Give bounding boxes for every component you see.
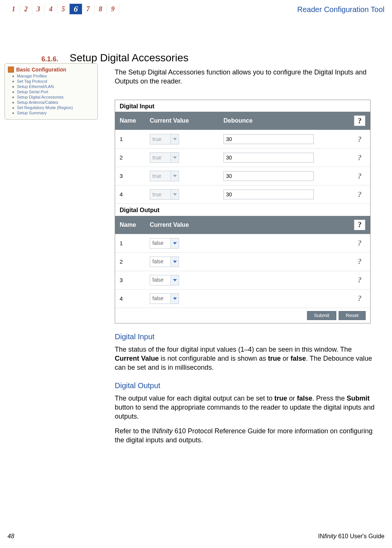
digital-output-header-row: Name Current Value ? (115, 216, 370, 234)
tab-9[interactable]: 9 (107, 4, 119, 14)
help-icon[interactable]: ? (358, 190, 362, 200)
col-header-current-value: Current Value (145, 112, 219, 130)
chevron-down-icon (170, 153, 179, 162)
submit-button[interactable]: Submit (307, 311, 336, 320)
dropdown-value: true (150, 136, 170, 143)
current-value-dropdown: true (150, 134, 179, 144)
digital-accessories-panel: Digital Input Name Current Value Debounc… (115, 100, 371, 323)
subheading-digital-output: Digital Output (115, 381, 384, 391)
output-value-dropdown[interactable]: false (150, 238, 179, 249)
col-header-debounce: Debounce (219, 112, 349, 130)
dropdown-value: true (150, 154, 170, 161)
tab-5[interactable]: 5 (57, 4, 70, 14)
output-value-dropdown[interactable]: false (150, 257, 179, 267)
subheading-digital-input: Digital Input (115, 332, 384, 342)
sidebar-item-setup-antenna[interactable]: Setup Antenna/Cables (7, 100, 95, 105)
col-header-help: ? (349, 216, 370, 234)
section-number: 6.1.6. (41, 55, 58, 63)
chevron-down-icon (170, 275, 179, 285)
chapter-tabs-bar: 1 2 3 4 5 6 7 8 9 Reader Configuration T… (8, 4, 384, 17)
digital-output-label: Digital Output (115, 203, 370, 216)
tab-8[interactable]: 8 (94, 4, 107, 14)
help-icon[interactable]: ? (358, 293, 362, 304)
chevron-down-icon (170, 190, 179, 199)
dropdown-value: false (150, 258, 170, 265)
reference-paragraph: Refer to the INfinity 610 Protocol Refer… (115, 427, 378, 445)
page-number: 48 (8, 533, 14, 540)
help-icon[interactable]: ? (358, 275, 362, 285)
help-icon[interactable]: ? (358, 257, 362, 267)
tab-6[interactable]: 6 (70, 4, 82, 14)
chevron-down-icon (170, 257, 179, 267)
debounce-input[interactable] (223, 134, 314, 144)
help-icon[interactable]: ? (358, 171, 362, 181)
debounce-input[interactable] (223, 171, 314, 181)
row-name: 2 (115, 253, 145, 271)
reset-button[interactable]: Reset (339, 311, 366, 320)
sidebar-basic-config: Basic Configuration Manage Profiles Set … (5, 63, 98, 120)
debounce-input[interactable] (223, 153, 314, 162)
dropdown-value: true (150, 191, 170, 198)
sidebar-item-setup-serial[interactable]: Setup Serial Port (7, 89, 95, 94)
sidebar-item-setup-ethernet[interactable]: Setup Ethernet/LAN (7, 84, 95, 89)
output-value-dropdown[interactable]: false (150, 293, 179, 304)
page-header-title: Reader Configuration Tool (297, 5, 384, 14)
digital-input-row: 4 true ? (115, 185, 370, 203)
row-name: 2 (115, 149, 145, 167)
tab-3[interactable]: 3 (32, 4, 45, 14)
section-heading: 6.1.6. Setup Digital Accessories (8, 52, 384, 64)
panel-footer: Submit Reset (115, 308, 370, 323)
col-header-help: ? (349, 112, 370, 130)
sidebar-item-setup-digital-accessories[interactable]: Setup Digital Accessories (7, 94, 95, 100)
help-icon[interactable]: ? (354, 115, 365, 126)
toolbox-icon (8, 67, 14, 73)
current-value-dropdown: true (150, 189, 179, 200)
sidebar-item-setup-summary[interactable]: Setup Summary (7, 110, 95, 115)
digital-input-row: 1 true ? (115, 130, 370, 148)
tab-4[interactable]: 4 (45, 4, 57, 14)
row-name: 4 (115, 290, 145, 308)
chevron-down-icon (170, 294, 179, 304)
chevron-down-icon (170, 134, 179, 144)
sidebar-title: Basic Configuration (16, 67, 66, 73)
current-value-dropdown: true (150, 171, 179, 181)
help-icon[interactable]: ? (354, 220, 365, 230)
dropdown-value: true (150, 173, 170, 180)
digital-input-header-row: Name Current Value Debounce ? (115, 112, 370, 130)
intro-paragraph: The Setup Digital Accessories function a… (115, 68, 384, 86)
dropdown-value: false (150, 276, 170, 284)
help-icon[interactable]: ? (358, 238, 362, 248)
digital-output-row: 3 false ? (115, 271, 370, 289)
tab-1[interactable]: 1 (8, 4, 20, 14)
digital-output-row: 1 false ? (115, 234, 370, 252)
row-name: 3 (115, 271, 145, 289)
help-icon[interactable]: ? (358, 134, 362, 144)
digital-input-row: 3 true ? (115, 167, 370, 185)
chevron-down-icon (170, 171, 179, 181)
output-value-dropdown[interactable]: false (150, 275, 179, 285)
col-header-current-value: Current Value (145, 216, 349, 234)
digital-output-row: 4 false ? (115, 289, 370, 308)
digital-input-label: Digital Input (115, 100, 370, 112)
row-name: 1 (115, 130, 145, 148)
row-name: 4 (115, 185, 145, 203)
current-value-dropdown: true (150, 152, 179, 163)
row-name: 1 (115, 234, 145, 252)
debounce-input[interactable] (223, 190, 314, 199)
page-footer: 48 INfinity 610 User's Guide (8, 533, 384, 540)
sidebar-item-set-tag-protocol[interactable]: Set Tag Protocol (7, 79, 95, 84)
dropdown-value: false (150, 240, 170, 247)
help-icon[interactable]: ? (358, 153, 362, 163)
sidebar-item-manage-profiles[interactable]: Manage Profiles (7, 73, 95, 79)
digital-output-row: 2 false ? (115, 252, 370, 271)
tab-7[interactable]: 7 (82, 4, 94, 14)
dropdown-value: false (150, 295, 170, 302)
footer-doc-title: INfinity 610 User's Guide (318, 533, 384, 540)
digital-input-paragraph: The status of the four digital input val… (115, 345, 378, 372)
tab-2[interactable]: 2 (20, 4, 32, 14)
digital-input-row: 2 true ? (115, 148, 370, 167)
digital-output-paragraph: The output value for each digital output… (115, 394, 378, 421)
chevron-down-icon (170, 238, 179, 248)
sidebar-item-set-regulatory-mode[interactable]: Set Regulatory Mode (Region) (7, 105, 95, 110)
col-header-name: Name (115, 216, 145, 234)
